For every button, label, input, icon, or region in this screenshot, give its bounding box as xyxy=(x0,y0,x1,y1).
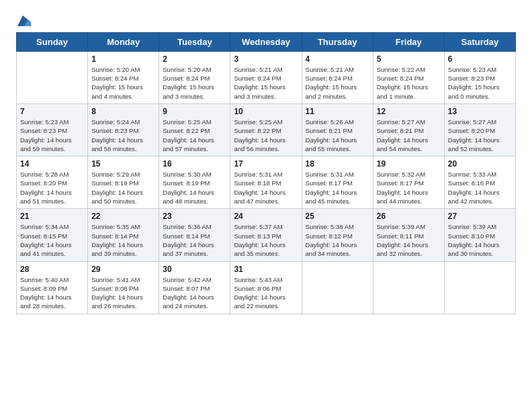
day-content: Sunrise: 5:37 AM Sunset: 8:13 PM Dayligh… xyxy=(234,222,298,258)
day-content: Sunrise: 5:34 AM Sunset: 8:15 PM Dayligh… xyxy=(20,222,84,258)
day-content: Sunrise: 5:27 AM Sunset: 8:21 PM Dayligh… xyxy=(377,118,441,153)
day-number: 9 xyxy=(163,107,226,116)
calendar-cell: 8Sunrise: 5:24 AM Sunset: 8:23 PM Daylig… xyxy=(88,103,159,156)
calendar-cell: 22Sunrise: 5:35 AM Sunset: 8:14 PM Dayli… xyxy=(88,209,159,261)
day-content: Sunrise: 5:25 AM Sunset: 8:22 PM Dayligh… xyxy=(234,118,298,153)
day-number: 30 xyxy=(163,265,226,274)
day-content: Sunrise: 5:31 AM Sunset: 8:18 PM Dayligh… xyxy=(234,170,298,205)
calendar-cell: 30Sunrise: 5:42 AM Sunset: 8:07 PM Dayli… xyxy=(159,261,230,314)
day-content: Sunrise: 5:20 AM Sunset: 8:24 PM Dayligh… xyxy=(91,65,155,101)
header-day: Thursday xyxy=(302,32,373,51)
day-number: 19 xyxy=(377,159,441,169)
calendar-cell: 27Sunrise: 5:39 AM Sunset: 8:10 PM Dayli… xyxy=(444,209,515,261)
day-number: 11 xyxy=(306,107,369,116)
day-content: Sunrise: 5:25 AM Sunset: 8:22 PM Dayligh… xyxy=(163,118,226,153)
calendar-cell: 9Sunrise: 5:25 AM Sunset: 8:22 PM Daylig… xyxy=(159,103,230,156)
calendar-cell: 6Sunrise: 5:23 AM Sunset: 8:23 PM Daylig… xyxy=(444,51,515,103)
calendar-cell: 29Sunrise: 5:41 AM Sunset: 8:08 PM Dayli… xyxy=(88,261,159,314)
day-content: Sunrise: 5:40 AM Sunset: 8:09 PM Dayligh… xyxy=(20,275,84,311)
day-number: 12 xyxy=(377,107,441,116)
day-content: Sunrise: 5:42 AM Sunset: 8:07 PM Dayligh… xyxy=(163,275,226,311)
header-day: Monday xyxy=(88,32,159,51)
day-content: Sunrise: 5:36 AM Sunset: 8:14 PM Dayligh… xyxy=(163,222,226,258)
calendar-cell: 28Sunrise: 5:40 AM Sunset: 8:09 PM Dayli… xyxy=(17,261,88,314)
day-number: 4 xyxy=(306,54,369,64)
logo-line1 xyxy=(16,13,31,27)
calendar-cell: 1Sunrise: 5:20 AM Sunset: 8:24 PM Daylig… xyxy=(88,51,159,103)
calendar-cell: 21Sunrise: 5:34 AM Sunset: 8:15 PM Dayli… xyxy=(17,209,88,261)
day-number: 1 xyxy=(91,54,155,64)
header-day: Saturday xyxy=(444,32,515,51)
day-content: Sunrise: 5:41 AM Sunset: 8:08 PM Dayligh… xyxy=(91,275,155,311)
calendar-table: SundayMondayTuesdayWednesdayThursdayFrid… xyxy=(16,32,516,314)
day-number: 25 xyxy=(306,212,369,221)
header-day: Sunday xyxy=(17,32,88,51)
calendar-cell: 15Sunrise: 5:29 AM Sunset: 8:19 PM Dayli… xyxy=(88,156,159,209)
day-number: 26 xyxy=(377,212,441,221)
day-content: Sunrise: 5:30 AM Sunset: 8:19 PM Dayligh… xyxy=(163,170,226,205)
day-content: Sunrise: 5:26 AM Sunset: 8:21 PM Dayligh… xyxy=(306,118,369,153)
calendar-cell: 16Sunrise: 5:30 AM Sunset: 8:19 PM Dayli… xyxy=(159,156,230,209)
header-row: SundayMondayTuesdayWednesdayThursdayFrid… xyxy=(17,32,516,51)
calendar-week: 14Sunrise: 5:28 AM Sunset: 8:20 PM Dayli… xyxy=(17,156,516,209)
day-content: Sunrise: 5:32 AM Sunset: 8:17 PM Dayligh… xyxy=(377,170,441,205)
day-number: 7 xyxy=(20,107,84,116)
day-number: 17 xyxy=(234,159,298,169)
day-number: 2 xyxy=(163,54,226,64)
calendar-cell: 7Sunrise: 5:23 AM Sunset: 8:23 PM Daylig… xyxy=(17,103,88,156)
day-number: 31 xyxy=(234,265,298,274)
day-content: Sunrise: 5:21 AM Sunset: 8:24 PM Dayligh… xyxy=(306,65,369,101)
day-number: 18 xyxy=(306,159,369,169)
calendar-cell: 19Sunrise: 5:32 AM Sunset: 8:17 PM Dayli… xyxy=(373,156,444,209)
calendar-cell: 12Sunrise: 5:27 AM Sunset: 8:21 PM Dayli… xyxy=(373,103,444,156)
day-content: Sunrise: 5:38 AM Sunset: 8:12 PM Dayligh… xyxy=(306,222,369,258)
day-number: 3 xyxy=(234,54,298,64)
day-number: 5 xyxy=(377,54,441,64)
day-content: Sunrise: 5:43 AM Sunset: 8:06 PM Dayligh… xyxy=(234,275,298,311)
day-number: 20 xyxy=(448,159,512,169)
day-number: 8 xyxy=(91,107,155,116)
header-day: Friday xyxy=(373,32,444,51)
day-content: Sunrise: 5:31 AM Sunset: 8:17 PM Dayligh… xyxy=(306,170,369,205)
calendar-cell: 18Sunrise: 5:31 AM Sunset: 8:17 PM Dayli… xyxy=(302,156,373,209)
calendar-cell xyxy=(444,261,515,314)
day-number: 29 xyxy=(91,265,155,274)
page-header xyxy=(16,13,516,27)
day-content: Sunrise: 5:33 AM Sunset: 8:16 PM Dayligh… xyxy=(448,170,512,205)
day-number: 23 xyxy=(163,212,226,221)
calendar-cell: 5Sunrise: 5:22 AM Sunset: 8:24 PM Daylig… xyxy=(373,51,444,103)
calendar-cell: 20Sunrise: 5:33 AM Sunset: 8:16 PM Dayli… xyxy=(444,156,515,209)
day-content: Sunrise: 5:23 AM Sunset: 8:23 PM Dayligh… xyxy=(448,65,512,101)
calendar-body: 1Sunrise: 5:20 AM Sunset: 8:24 PM Daylig… xyxy=(17,51,516,314)
calendar-cell: 2Sunrise: 5:20 AM Sunset: 8:24 PM Daylig… xyxy=(159,51,230,103)
day-content: Sunrise: 5:22 AM Sunset: 8:24 PM Dayligh… xyxy=(377,65,441,101)
calendar-cell xyxy=(17,51,88,103)
calendar-cell: 11Sunrise: 5:26 AM Sunset: 8:21 PM Dayli… xyxy=(302,103,373,156)
logo-icon xyxy=(17,15,31,26)
day-content: Sunrise: 5:35 AM Sunset: 8:14 PM Dayligh… xyxy=(91,222,155,258)
day-content: Sunrise: 5:24 AM Sunset: 8:23 PM Dayligh… xyxy=(91,118,155,153)
day-number: 13 xyxy=(448,107,512,116)
day-number: 24 xyxy=(234,212,298,221)
day-number: 15 xyxy=(91,159,155,169)
calendar-cell: 13Sunrise: 5:27 AM Sunset: 8:20 PM Dayli… xyxy=(444,103,515,156)
calendar-week: 1Sunrise: 5:20 AM Sunset: 8:24 PM Daylig… xyxy=(17,51,516,103)
calendar-cell: 14Sunrise: 5:28 AM Sunset: 8:20 PM Dayli… xyxy=(17,156,88,209)
header-day: Wednesday xyxy=(230,32,302,51)
logo xyxy=(16,13,31,27)
day-number: 27 xyxy=(448,212,512,221)
day-number: 10 xyxy=(234,107,298,116)
calendar-week: 28Sunrise: 5:40 AM Sunset: 8:09 PM Dayli… xyxy=(17,261,516,314)
day-number: 16 xyxy=(163,159,226,169)
calendar-cell: 26Sunrise: 5:39 AM Sunset: 8:11 PM Dayli… xyxy=(373,209,444,261)
day-content: Sunrise: 5:39 AM Sunset: 8:10 PM Dayligh… xyxy=(448,222,512,258)
day-content: Sunrise: 5:20 AM Sunset: 8:24 PM Dayligh… xyxy=(163,65,226,101)
day-number: 6 xyxy=(448,54,512,64)
day-content: Sunrise: 5:29 AM Sunset: 8:19 PM Dayligh… xyxy=(91,170,155,205)
calendar-cell xyxy=(373,261,444,314)
calendar-header: SundayMondayTuesdayWednesdayThursdayFrid… xyxy=(17,32,516,51)
calendar-cell: 3Sunrise: 5:21 AM Sunset: 8:24 PM Daylig… xyxy=(230,51,302,103)
calendar-cell: 24Sunrise: 5:37 AM Sunset: 8:13 PM Dayli… xyxy=(230,209,302,261)
day-number: 22 xyxy=(91,212,155,221)
day-content: Sunrise: 5:27 AM Sunset: 8:20 PM Dayligh… xyxy=(448,118,512,153)
